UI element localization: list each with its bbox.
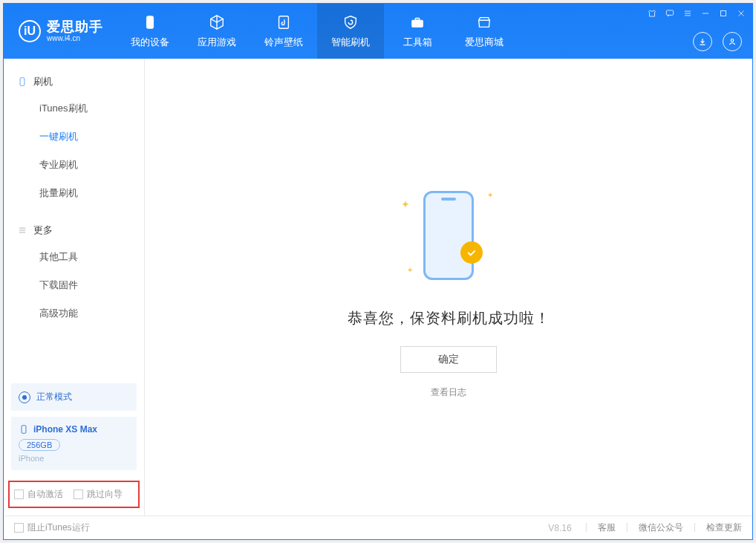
- checkbox-auto-activate[interactable]: 自动激活: [14, 488, 63, 501]
- top-nav: 我的设备 应用游戏 铃声壁纸 智能刷机 工具箱 爱思商城: [117, 4, 518, 59]
- feedback-icon[interactable]: [665, 8, 675, 19]
- success-title: 恭喜您，保资料刷机成功啦！: [348, 308, 550, 328]
- device-info-panel[interactable]: iPhone XS Max 256GB iPhone: [11, 417, 137, 470]
- sidebar-item-advanced[interactable]: 高级功能: [4, 299, 144, 328]
- check-badge-icon: [460, 241, 483, 264]
- device-type: iPhone: [19, 454, 129, 463]
- cube-icon: [208, 13, 226, 31]
- sparkle-icon: ✦: [487, 191, 493, 199]
- flash-options-highlight: 自动激活 跳过向导: [8, 481, 140, 508]
- footer-link-support[interactable]: 客服: [598, 521, 616, 534]
- svg-rect-3: [415, 19, 420, 21]
- confirm-button[interactable]: 确定: [400, 346, 497, 373]
- svg-rect-5: [721, 11, 726, 16]
- sidebar-item-other-tools[interactable]: 其他工具: [4, 243, 144, 271]
- svg-rect-1: [279, 16, 289, 29]
- shop-icon: [475, 13, 493, 31]
- device-storage-badge: 256GB: [19, 439, 60, 451]
- body: 刷机 iTunes刷机 一键刷机 专业刷机 批量刷机 更多 其他工具 下载固件 …: [4, 59, 752, 516]
- svg-rect-7: [20, 78, 25, 86]
- checkbox-icon: [14, 523, 24, 533]
- device-mode-label: 正常模式: [36, 391, 72, 403]
- minimize-icon[interactable]: [700, 8, 711, 19]
- svg-rect-4: [666, 10, 673, 15]
- nav-apps-games[interactable]: 应用游戏: [183, 4, 250, 59]
- footer: 阻止iTunes运行 V8.16 | 客服 | 微信公众号 | 检查更新: [4, 516, 752, 539]
- logo-icon: iU: [19, 20, 41, 42]
- status-dot-icon: [19, 391, 30, 403]
- shield-refresh-icon: [342, 13, 359, 31]
- version-label: V8.16: [548, 523, 571, 533]
- sidebar-item-itunes-flash[interactable]: iTunes刷机: [4, 94, 144, 123]
- brand: iU 爱思助手 www.i4.cn: [4, 4, 117, 59]
- titlebar-actions: [693, 32, 742, 51]
- toolbox-icon: [408, 13, 426, 31]
- music-file-icon: [275, 13, 293, 31]
- nav-smart-flash[interactable]: 智能刷机: [317, 4, 384, 59]
- footer-link-update[interactable]: 检查更新: [706, 521, 742, 534]
- checkbox-icon: [74, 490, 83, 499]
- sparkle-icon: ✦: [401, 198, 410, 210]
- phone-icon: [141, 13, 159, 31]
- svg-rect-8: [22, 426, 26, 434]
- checkbox-skip-guide[interactable]: 跳过向导: [74, 488, 123, 501]
- download-icon[interactable]: [693, 32, 712, 51]
- sidebar-item-firmware[interactable]: 下载固件: [4, 271, 144, 299]
- tshirt-icon[interactable]: [647, 8, 657, 19]
- device-name: iPhone XS Max: [33, 424, 97, 435]
- svg-rect-0: [146, 16, 153, 29]
- maximize-icon[interactable]: [718, 8, 729, 19]
- titlebar: iU 爱思助手 www.i4.cn 我的设备 应用游戏 铃声壁纸 智能刷机: [4, 4, 752, 59]
- list-icon: [17, 225, 27, 235]
- view-log-link[interactable]: 查看日志: [431, 386, 466, 399]
- phone-illustration-icon: [423, 191, 474, 280]
- svg-rect-2: [412, 20, 423, 27]
- sidebar-item-onekey-flash[interactable]: 一键刷机: [4, 123, 144, 151]
- footer-link-wechat[interactable]: 微信公众号: [639, 521, 683, 534]
- sidebar: 刷机 iTunes刷机 一键刷机 专业刷机 批量刷机 更多 其他工具 下载固件 …: [4, 59, 145, 516]
- phone-outline-icon: [19, 424, 29, 435]
- device-icon: [17, 77, 27, 87]
- sidebar-item-pro-flash[interactable]: 专业刷机: [4, 151, 144, 179]
- checkbox-block-itunes[interactable]: 阻止iTunes运行: [14, 521, 90, 534]
- sidebar-head-flash: 刷机: [4, 69, 144, 94]
- window-controls: [647, 8, 746, 19]
- sidebar-head-more: 更多: [4, 218, 144, 243]
- nav-my-device[interactable]: 我的设备: [117, 4, 183, 59]
- main-content: ✦ ✦ ✦ 恭喜您，保资料刷机成功啦！ 确定 查看日志: [145, 59, 752, 516]
- close-icon[interactable]: [736, 8, 746, 19]
- device-mode-panel[interactable]: 正常模式: [11, 383, 137, 411]
- brand-subtitle: www.i4.cn: [47, 34, 103, 42]
- brand-title: 爱思助手: [47, 20, 103, 35]
- svg-point-6: [731, 39, 734, 42]
- nav-ringtones[interactable]: 铃声壁纸: [250, 4, 317, 59]
- sidebar-item-batch-flash[interactable]: 批量刷机: [4, 179, 144, 207]
- user-icon[interactable]: [723, 32, 742, 51]
- sparkle-icon: ✦: [407, 266, 413, 274]
- app-window: iU 爱思助手 www.i4.cn 我的设备 应用游戏 铃声壁纸 智能刷机: [3, 3, 753, 540]
- nav-store[interactable]: 爱思商城: [451, 4, 518, 59]
- menu-icon[interactable]: [682, 8, 693, 19]
- success-illustration: ✦ ✦ ✦: [389, 176, 508, 295]
- nav-toolbox[interactable]: 工具箱: [384, 4, 451, 59]
- checkbox-icon: [14, 490, 24, 499]
